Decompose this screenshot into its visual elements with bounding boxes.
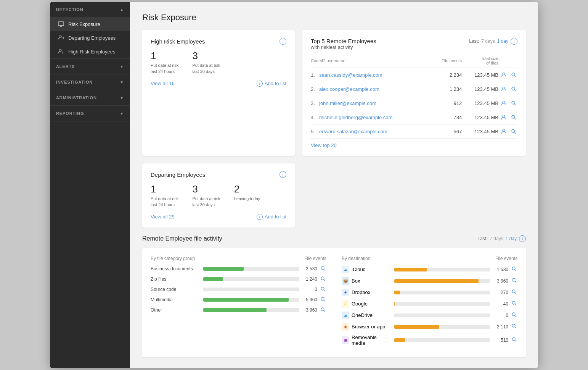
departing-add-to-list[interactable]: + Add to list	[257, 214, 286, 220]
user-icon[interactable]	[500, 113, 508, 121]
sidebar-section-administration-header[interactable]: ADMINISTRATION ▼	[50, 90, 130, 105]
sidebar-section-reporting-header[interactable]: REPORTING ▼	[50, 106, 130, 121]
activity-1day-btn[interactable]: 1 day	[506, 236, 517, 241]
sidebar-item-risk-exposure[interactable]: Risk Exposure	[50, 17, 130, 31]
departing-icon	[58, 34, 64, 41]
svg-point-38	[512, 301, 515, 304]
sidebar-item-departing-employees[interactable]: Departing Employees	[50, 31, 130, 45]
svg-point-20	[512, 129, 515, 132]
category-bar-row: Other 3,960	[151, 307, 326, 313]
search-icon[interactable]	[510, 85, 517, 93]
destination-bar-row: ◈ Dropbox 270	[342, 289, 517, 296]
top5-footer: View top 20	[311, 142, 517, 148]
high-risk-stat-30d: 3 Put data at risklast 30 days	[192, 50, 220, 74]
activity-by-destination: By destination File events ☁ iCloud 1,53…	[342, 256, 517, 350]
chevron-down-icon: ▼	[120, 96, 124, 100]
svg-point-42	[512, 324, 515, 327]
sidebar-item-label: Risk Exposure	[68, 21, 100, 27]
activity-grid: By file category group File events Busin…	[151, 256, 517, 350]
svg-point-11	[512, 87, 515, 90]
sidebar-section-detection: DETECTION ▲ Risk Exposure	[50, 2, 130, 59]
search-icon[interactable]	[510, 128, 517, 135]
activity-7days-btn[interactable]: 7 days	[490, 236, 503, 241]
top5-1day-btn[interactable]: 1 day	[497, 39, 508, 44]
sidebar-section-detection-header[interactable]: DETECTION ▲	[50, 2, 130, 17]
departing-view-all-link[interactable]: View all 29	[151, 214, 175, 220]
user-icon[interactable]	[500, 71, 508, 79]
svg-line-37	[515, 293, 516, 294]
sidebar-section-alerts-header[interactable]: ALERTS ▼	[50, 59, 130, 74]
activity-info-icon[interactable]: i	[519, 235, 526, 242]
svg-point-30	[321, 308, 324, 311]
svg-point-3	[59, 36, 61, 38]
high-risk-info-icon[interactable]: i	[280, 38, 286, 45]
departing-stats: 1 Put data at risklast 24 hours 3 Put da…	[151, 183, 286, 208]
svg-point-36	[512, 290, 515, 293]
category-bar-row: Multimedia 5,360	[151, 297, 326, 303]
main-content: Risk Exposure High Risk Employees i 1 Pu…	[130, 2, 538, 368]
svg-point-5	[59, 49, 61, 52]
sidebar: DETECTION ▲ Risk Exposure	[50, 2, 130, 368]
svg-line-43	[515, 327, 516, 329]
svg-point-32	[512, 267, 515, 270]
page-title: Risk Exposure	[142, 13, 526, 23]
svg-line-35	[515, 281, 516, 283]
category-bars: Business documents 2,530 Zip files 1,240…	[151, 266, 326, 313]
user-icon[interactable]	[500, 128, 508, 135]
box-icon: 📦	[342, 277, 349, 285]
top5-7days-btn[interactable]: 7 days	[481, 39, 495, 44]
icloud-icon: ☁	[342, 266, 349, 273]
removable-icon: ▣	[342, 336, 349, 344]
table-row: 3. john.miller@example.com 912 123.45 MB	[311, 96, 517, 110]
departing-info-icon[interactable]: i	[280, 171, 286, 178]
activity-by-category: By file category group File events Busin…	[151, 256, 326, 350]
user-icon[interactable]	[500, 99, 508, 107]
svg-line-41	[515, 316, 516, 317]
svg-point-22	[321, 267, 324, 270]
svg-line-31	[324, 310, 325, 312]
high-risk-view-all-link[interactable]: View all 16	[151, 81, 175, 86]
destination-bar-row: ☁ OneDrive 0	[342, 312, 517, 319]
chevron-down-icon: ▼	[120, 65, 124, 69]
user-icon[interactable]	[500, 85, 508, 93]
svg-line-12	[514, 90, 516, 91]
top5-card: Top 5 Remote Employees with riskiest act…	[302, 30, 526, 156]
second-row-spacer	[302, 163, 526, 228]
chevron-up-icon: ▲	[120, 8, 124, 12]
departing-stat-today: 2 Leaving today	[234, 183, 260, 208]
svg-line-23	[324, 269, 325, 271]
category-bar-row: Business documents 2,530	[151, 266, 326, 272]
top5-view-top-link[interactable]: View top 20	[311, 142, 337, 148]
search-icon[interactable]	[510, 71, 517, 79]
file-activity-header: Remote Employee file activity Last: 7 da…	[142, 235, 526, 242]
sidebar-section-reporting: REPORTING ▼	[50, 106, 130, 121]
svg-point-14	[512, 101, 515, 104]
svg-point-34	[512, 278, 515, 281]
sidebar-item-high-risk-employees[interactable]: ! High Risk Employees	[50, 45, 130, 58]
svg-point-44	[512, 338, 515, 341]
svg-point-40	[512, 313, 515, 316]
svg-point-28	[321, 297, 324, 301]
svg-rect-0	[58, 22, 64, 26]
search-icon[interactable]	[510, 99, 517, 107]
departing-stat-24h: 1 Put data at risklast 24 hours	[151, 183, 178, 208]
high-risk-add-to-list[interactable]: + Add to list	[257, 81, 286, 87]
highrisk-icon: !	[58, 48, 64, 55]
sidebar-section-investigation-header[interactable]: INVESTIGATION ▼	[50, 74, 130, 90]
search-icon[interactable]	[510, 113, 517, 121]
departing-card: Departing Employees i 1 Put data at risk…	[142, 163, 295, 228]
svg-line-29	[324, 300, 325, 302]
svg-line-15	[514, 104, 516, 105]
add-circle-icon: +	[257, 81, 263, 87]
dropbox-icon: ◈	[342, 289, 349, 296]
top5-info-icon[interactable]: i	[511, 38, 517, 45]
svg-line-21	[514, 132, 516, 134]
sidebar-section-alerts: ALERTS ▼	[50, 59, 130, 74]
high-risk-stats: 1 Put data at risklast 24 hours 3 Put da…	[151, 50, 286, 74]
sidebar-section-administration: ADMINISTRATION ▼	[50, 90, 130, 106]
table-row: 4. michelle.goldberg@example.com 734 123…	[311, 110, 517, 124]
high-risk-card: High Risk Employees i 1 Put data at risk…	[142, 30, 295, 156]
destination-bar-row: ◉ Browser or app 2,110	[342, 323, 517, 331]
category-bar-row: Source code 0	[151, 286, 326, 293]
file-activity-timefilter: Last: 7 days 1 day i	[477, 235, 526, 242]
